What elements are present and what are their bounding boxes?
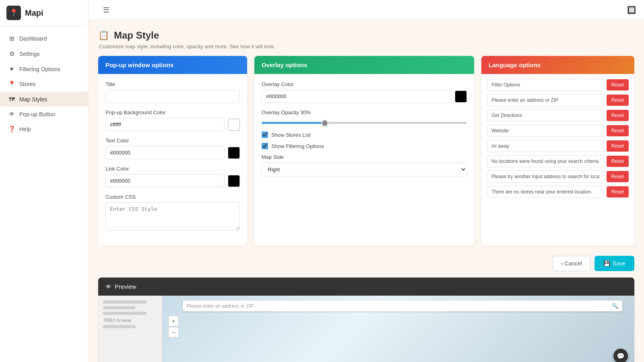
sidebar-item-label: Dashboard bbox=[19, 35, 47, 42]
title-label: Title bbox=[105, 81, 240, 87]
menu-toggle-button[interactable]: ☰ bbox=[97, 0, 116, 20]
topbar: ☰ 🔲 bbox=[89, 0, 644, 20]
text-color-swatch[interactable] bbox=[228, 147, 240, 159]
main-content: ☰ 🔲 📋 Map Style Customize map style, inc… bbox=[89, 0, 644, 362]
settings-icon: ⚙ bbox=[8, 50, 15, 58]
bg-color-swatch[interactable] bbox=[228, 119, 240, 131]
reset-btn-no-stores-near[interactable]: Reset bbox=[607, 186, 629, 197]
preview-sidebar-panel: 7839.0 mi away bbox=[98, 296, 163, 362]
lang-input-website[interactable] bbox=[487, 125, 604, 137]
map-side-select[interactable]: Left Right bbox=[262, 162, 467, 177]
sidebar-item-popup-button[interactable]: 👁 Pop-up Button bbox=[0, 107, 88, 121]
sidebar-item-help[interactable]: ❓ Help bbox=[0, 121, 88, 137]
sidebar-nav: ⊞ Dashboard ⚙ Settings ▼ Filtering Optio… bbox=[0, 26, 88, 142]
show-filtering-label: Show Filtering Options bbox=[271, 143, 324, 149]
lang-input-mi-away[interactable] bbox=[487, 140, 604, 152]
lang-row-website: Reset bbox=[487, 125, 629, 137]
sidebar-item-settings[interactable]: ⚙ Settings bbox=[0, 46, 88, 62]
save-button[interactable]: 💾 Save bbox=[594, 256, 634, 271]
preview-body: 7839.0 mi away Please enter an address o… bbox=[98, 296, 634, 362]
sidebar-item-label: Filtering Options bbox=[19, 66, 60, 72]
lang-row-filter-options: Reset bbox=[487, 79, 629, 91]
chat-widget[interactable]: 💬 bbox=[613, 349, 628, 362]
sidebar-item-filtering-options[interactable]: ▼ Filtering Options bbox=[0, 62, 88, 76]
language-panel-header: Language options bbox=[481, 56, 634, 74]
overlay-color-input-row bbox=[262, 90, 467, 103]
preview-eye-icon: 👁 bbox=[105, 283, 111, 290]
show-stores-checkbox[interactable] bbox=[262, 132, 268, 138]
action-row: ‹ Cancel 💾 Save bbox=[89, 252, 644, 278]
lang-input-no-locations[interactable] bbox=[487, 155, 604, 167]
reset-btn-no-locations[interactable]: Reset bbox=[607, 156, 629, 167]
reset-btn-try-another[interactable]: Reset bbox=[607, 171, 629, 182]
topbar-profile-icon[interactable]: 🔲 bbox=[627, 6, 636, 14]
lang-row-no-stores-near: Reset bbox=[487, 186, 629, 198]
link-color-swatch[interactable] bbox=[228, 175, 240, 187]
overlay-panel-header: Overlay options bbox=[254, 56, 474, 74]
preview-header: 👁 Preview bbox=[98, 278, 634, 296]
show-filtering-checkbox[interactable] bbox=[262, 143, 268, 149]
sidebar-item-map-styles[interactable]: 🗺 Map Styles bbox=[0, 92, 88, 107]
popup-panel-body: Title Pop-up Background Color Text Color bbox=[98, 74, 247, 245]
logo-icon: 📍 bbox=[6, 6, 21, 20]
opacity-slider[interactable] bbox=[262, 122, 467, 124]
map-side-group: Map Side Left Right bbox=[262, 154, 467, 177]
text-color-input[interactable] bbox=[105, 146, 225, 159]
lang-row-get-directions: Reset bbox=[487, 109, 629, 121]
lang-row-try-another: Reset bbox=[487, 171, 629, 183]
lang-input-enter-address[interactable] bbox=[487, 94, 604, 106]
bg-color-group: Pop-up Background Color bbox=[105, 109, 240, 131]
reset-btn-mi-away[interactable]: Reset bbox=[607, 140, 629, 152]
bg-color-label: Pop-up Background Color bbox=[105, 109, 240, 115]
overlay-color-label: Overlay Color bbox=[262, 81, 467, 87]
show-stores-label: Show Stores List bbox=[271, 132, 311, 138]
title-input[interactable] bbox=[105, 90, 240, 103]
lang-input-no-stores-near[interactable] bbox=[487, 186, 604, 198]
lang-row-no-locations: Reset bbox=[487, 155, 629, 167]
lang-input-get-directions[interactable] bbox=[487, 109, 604, 121]
bg-color-input[interactable] bbox=[105, 118, 225, 131]
overlay-color-swatch[interactable] bbox=[455, 90, 467, 103]
search-placeholder-text: Please enter an address or ZIP bbox=[187, 303, 609, 309]
lang-input-try-another[interactable] bbox=[487, 171, 604, 183]
reset-btn-filter-options[interactable]: Reset bbox=[607, 79, 629, 90]
overlay-panel: Overlay options Overlay Color Overlay Op… bbox=[254, 56, 474, 245]
sidebar-item-stores[interactable]: 📍 Stores bbox=[0, 76, 88, 92]
text-color-group: Text Color bbox=[105, 138, 240, 159]
page-subtitle: Customize map style, including color, op… bbox=[99, 43, 634, 49]
sidebar-item-dashboard[interactable]: ⊞ Dashboard bbox=[0, 31, 88, 46]
link-color-label: Link Color bbox=[105, 166, 240, 172]
language-panel: Language options Reset Reset Reset Reset bbox=[481, 56, 634, 245]
lang-row-mi-away: Reset bbox=[487, 140, 629, 152]
sidebar-item-label: Pop-up Button bbox=[19, 111, 56, 117]
map-search-bar: Please enter an address or ZIP 🔍 bbox=[183, 300, 622, 311]
reset-btn-get-directions[interactable]: Reset bbox=[607, 110, 629, 121]
link-color-group: Link Color bbox=[105, 166, 240, 187]
overlay-color-group: Overlay Color bbox=[262, 81, 467, 103]
custom-css-input[interactable] bbox=[105, 202, 240, 230]
lang-input-filter-options[interactable] bbox=[487, 79, 604, 91]
show-stores-row: Show Stores List bbox=[262, 132, 467, 138]
zoom-out-button[interactable]: − bbox=[168, 327, 179, 337]
opacity-slider-group: Overlay Opacity 30% bbox=[262, 109, 467, 125]
show-filtering-row: Show Filtering Options bbox=[262, 143, 467, 149]
reset-btn-enter-address[interactable]: Reset bbox=[607, 95, 629, 106]
preview-title: Preview bbox=[115, 283, 136, 290]
blurred-text-2 bbox=[103, 306, 136, 309]
sidebar-item-label: Settings bbox=[19, 51, 40, 57]
cancel-button[interactable]: ‹ Cancel bbox=[553, 256, 590, 271]
search-icon[interactable]: 🔍 bbox=[612, 303, 618, 309]
overlay-color-input[interactable] bbox=[262, 90, 452, 103]
custom-css-group: Custom CSS bbox=[105, 194, 240, 232]
page-title-icon: 📋 bbox=[98, 30, 109, 41]
opacity-label: Overlay Opacity 30% bbox=[262, 109, 467, 115]
blurred-text-1 bbox=[103, 300, 147, 304]
overlay-panel-body: Overlay Color Overlay Opacity 30% Show S… bbox=[254, 74, 474, 190]
zoom-in-button[interactable]: + bbox=[168, 316, 179, 326]
link-color-input[interactable] bbox=[105, 174, 225, 187]
page-title: Map Style bbox=[114, 30, 159, 41]
title-group: Title bbox=[105, 81, 240, 103]
language-panel-body: Reset Reset Reset Reset Reset bbox=[481, 74, 634, 206]
topbar-right: 🔲 bbox=[627, 6, 636, 14]
reset-btn-website[interactable]: Reset bbox=[607, 125, 629, 136]
